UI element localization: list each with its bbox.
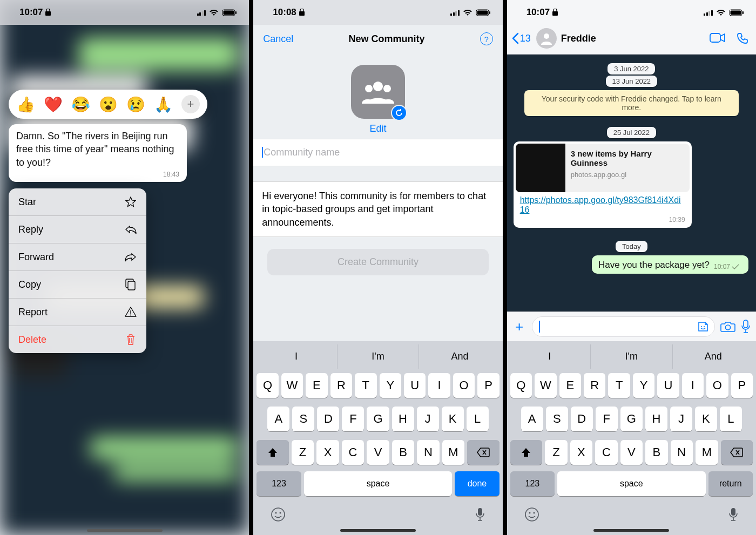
key-s[interactable]: S [546,407,568,431]
contact-avatar[interactable] [536,28,557,49]
home-indicator[interactable] [340,529,416,532]
key-p[interactable]: P [477,373,499,398]
key-k[interactable]: K [442,407,464,431]
key-t[interactable]: T [608,373,630,398]
chat-messages-area[interactable]: 3 Jun 2022 13 Jun 2022 Your security cod… [507,55,756,311]
selected-message-bubble[interactable]: Damn. So "The rivers in Beijing run free… [9,124,187,182]
create-community-button[interactable]: Create Community [267,249,488,275]
reaction-add-button[interactable]: + [181,95,200,113]
key-s[interactable]: S [292,407,314,431]
key-v[interactable]: V [620,440,643,465]
key-m[interactable]: M [696,440,718,465]
space-key[interactable]: space [304,471,453,496]
suggestion-1[interactable]: I [255,344,337,369]
message-input[interactable] [532,316,715,337]
key-v[interactable]: V [367,440,389,465]
key-n[interactable]: N [417,440,439,465]
key-u[interactable]: U [404,373,426,398]
emoji-keyboard-icon[interactable] [271,507,286,522]
key-q[interactable]: Q [510,373,532,398]
community-name-input[interactable] [264,147,495,158]
key-u[interactable]: U [657,373,679,398]
key-a[interactable]: A [267,407,289,431]
community-avatar-placeholder[interactable] [351,65,405,119]
done-key[interactable]: done [455,471,499,496]
key-d[interactable]: D [571,407,593,431]
refresh-icon[interactable] [391,105,407,121]
backspace-key[interactable] [721,440,753,465]
key-x[interactable]: X [570,440,592,465]
back-button[interactable]: 13 [511,32,531,44]
attach-button[interactable]: + [512,319,526,335]
dictation-icon[interactable] [728,507,739,522]
numeric-key[interactable]: 123 [256,471,301,496]
numeric-key[interactable]: 123 [510,471,555,496]
key-t[interactable]: T [355,373,376,398]
voice-call-icon[interactable] [737,32,748,44]
community-name-field[interactable] [253,139,502,166]
reaction-pray[interactable]: 🙏 [154,96,173,113]
reaction-thumbs-up[interactable]: 👍 [16,96,35,113]
key-j[interactable]: J [670,407,692,431]
key-k[interactable]: K [695,407,717,431]
key-e[interactable]: E [306,373,327,398]
home-indicator[interactable] [87,529,163,532]
key-l[interactable]: L [720,407,742,431]
reaction-wow[interactable]: 😮 [99,96,118,113]
camera-icon[interactable] [720,321,735,333]
key-c[interactable]: C [595,440,617,465]
key-q[interactable]: Q [256,373,278,398]
dictation-icon[interactable] [475,507,485,522]
shift-key[interactable] [256,440,289,465]
key-b[interactable]: B [645,440,667,465]
backspace-key[interactable] [467,440,500,465]
menu-item-copy[interactable]: Copy [9,271,146,299]
edit-photo-button[interactable]: Edit [369,123,386,134]
space-key[interactable]: space [557,471,706,496]
key-i[interactable]: I [682,373,704,398]
key-w[interactable]: W [535,373,556,398]
link-url[interactable]: https://photos.app.goo.gl/ty983Gf814i4Xd… [516,192,690,216]
suggestion-2[interactable]: I'm [591,344,672,369]
menu-item-report[interactable]: Report [9,299,146,326]
menu-item-forward[interactable]: Forward [9,243,146,271]
microphone-icon[interactable] [741,320,751,334]
outgoing-message[interactable]: Have you the package yet? 10:07 [592,255,748,274]
security-code-banner[interactable]: Your security code with Freddie changed.… [524,90,739,116]
key-z[interactable]: Z [292,440,314,465]
key-g[interactable]: G [620,407,643,431]
link-preview-card[interactable]: 3 new items by Harry Guinness photos.app… [516,144,690,192]
key-m[interactable]: M [442,440,464,465]
incoming-message-link[interactable]: 3 new items by Harry Guinness photos.app… [514,141,692,228]
key-p[interactable]: P [731,373,753,398]
suggestion-3[interactable]: And [419,344,500,369]
sticker-icon[interactable] [697,321,709,333]
key-e[interactable]: E [559,373,581,398]
menu-item-reply[interactable]: Reply [9,216,146,243]
cancel-button[interactable]: Cancel [263,33,293,45]
key-f[interactable]: F [596,407,618,431]
key-h[interactable]: H [645,407,667,431]
reaction-sad[interactable]: 😢 [126,96,145,113]
key-z[interactable]: Z [545,440,567,465]
key-f[interactable]: F [342,407,364,431]
help-icon[interactable]: ? [480,32,493,45]
key-o[interactable]: O [453,373,475,398]
key-a[interactable]: A [521,407,543,431]
key-c[interactable]: C [342,440,364,465]
menu-item-star[interactable]: Star [9,188,146,216]
key-h[interactable]: H [392,407,414,431]
reaction-laugh[interactable]: 😂 [71,96,90,113]
community-description-field[interactable]: Hi everyone! This community is for membe… [253,181,502,237]
key-i[interactable]: I [428,373,450,398]
key-r[interactable]: R [584,373,605,398]
suggestion-3[interactable]: And [673,344,754,369]
video-call-icon[interactable] [710,32,726,44]
key-d[interactable]: D [317,407,339,431]
key-r[interactable]: R [330,373,352,398]
key-l[interactable]: L [467,407,489,431]
suggestion-1[interactable]: I [509,344,591,369]
menu-item-delete[interactable]: Delete [9,326,146,353]
key-w[interactable]: W [281,373,303,398]
key-g[interactable]: G [367,407,389,431]
